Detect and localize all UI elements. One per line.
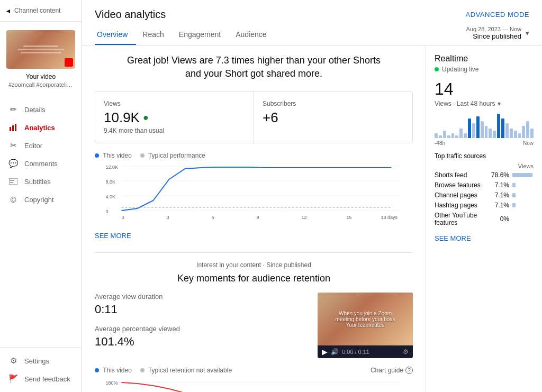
- sidebar-bottom-label: Settings: [24, 357, 49, 365]
- settings-icon: ⚙: [8, 356, 18, 366]
- see-more-button[interactable]: SEE MORE: [95, 232, 131, 240]
- views-label: Views: [104, 100, 245, 107]
- live-indicator-dot: [435, 67, 439, 71]
- traffic-bar-wrap: [512, 202, 534, 208]
- volume-button[interactable]: 🔊: [331, 348, 339, 355]
- sidebar-item-label: Details: [24, 106, 46, 114]
- date-range: Aug 28, 2023 — Now: [466, 26, 521, 32]
- svg-rect-2: [15, 124, 16, 131]
- traffic-source-name: Browse features: [435, 181, 490, 189]
- retention-chart: 180% 120% 60%: [95, 378, 413, 392]
- tabs-bar: Overview Reach Engagement Audience Aug 2…: [82, 25, 542, 45]
- date-label: Since published: [473, 32, 521, 40]
- comments-icon: 💬: [8, 159, 18, 168]
- km-stats: Average view duration 0:11 Average perce…: [95, 293, 305, 357]
- svg-text:9: 9: [257, 215, 259, 220]
- bar-mini: [476, 116, 480, 138]
- tab-engagement[interactable]: Engagement: [177, 25, 229, 45]
- bar-mini: [489, 129, 492, 138]
- bar-mini: [526, 121, 529, 138]
- traffic-bar: [512, 173, 532, 177]
- date-filter-text: Aug 28, 2023 — Now Since published: [466, 26, 521, 40]
- sidebar-bottom: ⚙ Settings 🚩 Send feedback: [0, 347, 82, 392]
- sidebar-item-copyright[interactable]: © Copyright: [0, 190, 82, 208]
- bar-mini: [439, 135, 442, 138]
- svg-rect-1: [12, 125, 14, 131]
- sidebar-item-label: Copyright: [24, 196, 54, 204]
- this-video-dot: [95, 153, 99, 158]
- bar-mini: [485, 126, 488, 138]
- retention-chart-svg: 180% 120% 60%: [95, 378, 413, 392]
- bar-mini: [497, 114, 500, 138]
- retention-this-video-dot: [95, 368, 99, 372]
- svg-rect-3: [9, 178, 17, 185]
- sidebar-item-comments[interactable]: 💬 Comments: [0, 154, 82, 172]
- svg-rect-0: [10, 127, 11, 131]
- copyright-icon: ©: [8, 195, 18, 204]
- retention-legend: This video Typical retention not availab…: [95, 367, 413, 374]
- svg-text:0: 0: [106, 209, 109, 214]
- sidebar-channel-header[interactable]: ◂ Channel content: [0, 0, 82, 22]
- traffic-table-header: Views: [435, 163, 534, 169]
- traffic-sources-title: Top traffic sources: [435, 152, 534, 160]
- traffic-bar: [512, 193, 516, 197]
- bar-mini: [472, 123, 475, 138]
- sidebar-item-settings[interactable]: ⚙ Settings: [0, 352, 82, 370]
- bar-mini: [514, 131, 517, 138]
- traffic-pct: 0%: [490, 215, 509, 223]
- send-feedback-icon: 🚩: [8, 374, 18, 384]
- chart-guide-button[interactable]: Chart guide ?: [371, 367, 413, 374]
- play-button[interactable]: ▶: [322, 348, 328, 356]
- traffic-pct: 78.6%: [490, 171, 509, 179]
- traffic-bar-wrap: [512, 192, 534, 198]
- bar-mini: [468, 118, 471, 138]
- bar-mini: [443, 131, 446, 138]
- typical-dot: [140, 153, 144, 158]
- traffic-row: Shorts feed 78.6%: [435, 171, 534, 179]
- subtitles-icon: [8, 177, 18, 186]
- tab-overview[interactable]: Overview: [95, 25, 136, 45]
- retention-typical: Typical retention not available: [140, 367, 232, 374]
- time-display: 0:00 / 0:11: [342, 349, 369, 355]
- page-title: Video analytics: [95, 8, 166, 21]
- traffic-row: Browse features 7.1%: [435, 181, 534, 189]
- sidebar-item-label: Editor: [24, 142, 42, 150]
- realtime-panel: Realtime Updating live 14 Views · Last 4…: [426, 45, 542, 392]
- sidebar-item-analytics[interactable]: Analytics: [0, 118, 82, 136]
- sidebar-item-subtitles[interactable]: Subtitles: [0, 172, 82, 190]
- views-dropdown-icon[interactable]: ▾: [498, 100, 501, 107]
- sidebar-video-section: Your video #zoomcall #corporatelife #zoo…: [0, 22, 82, 96]
- svg-text:12: 12: [302, 215, 307, 220]
- retention-this-video: This video: [95, 367, 132, 374]
- date-filter[interactable]: Aug 28, 2023 — Now Since published ▾: [466, 26, 529, 44]
- traffic-row: Channel pages 7.1%: [435, 192, 534, 199]
- km-avg-pct-viewed: Average percentage viewed 101.4%: [95, 325, 305, 349]
- retention-typical-dot: [140, 368, 144, 372]
- tab-audience[interactable]: Audience: [233, 25, 275, 45]
- bar-mini: [435, 133, 438, 138]
- advanced-mode-button[interactable]: ADVANCED MODE: [466, 11, 529, 19]
- sidebar-item-label: Comments: [24, 160, 58, 168]
- sidebar-item-editor[interactable]: ✂ Editor: [0, 136, 82, 154]
- stat-card-views: Views 10.9K ● 9.4K more than usual: [95, 92, 254, 143]
- svg-text:15: 15: [347, 215, 352, 220]
- subs-value: +6: [263, 110, 404, 126]
- sidebar-nav: ✏ Details Analytics ✂ Editor 💬 Comments …: [0, 96, 82, 347]
- traffic-source-name: Shorts feed: [435, 171, 490, 179]
- traffic-row: Other YouTube features 0%: [435, 212, 534, 226]
- sidebar-video-title: Your video: [8, 73, 73, 80]
- sidebar-bottom-label: Send feedback: [24, 375, 70, 383]
- video-preview-thumb: When you join a Zoommeeting before your …: [318, 293, 413, 345]
- chart-legend: This video Typical performance: [95, 152, 413, 159]
- realtime-see-more-button[interactable]: SEE MORE: [435, 234, 471, 242]
- video-settings-button[interactable]: ⚙: [403, 348, 409, 355]
- traffic-table: Views Shorts feed 78.6% Browse features …: [435, 163, 534, 226]
- sidebar: ◂ Channel content Your video #zoomcall #…: [0, 0, 82, 392]
- bar-mini: [481, 121, 484, 138]
- realtime-title: Realtime: [435, 54, 534, 63]
- tab-reach[interactable]: Reach: [140, 25, 172, 45]
- sidebar-item-details[interactable]: ✏ Details: [0, 101, 82, 118]
- traffic-bar-wrap: [512, 172, 534, 178]
- main-chart: 12.0K 8.0K 4.0K 0 0 3 6: [95, 163, 413, 223]
- sidebar-item-send-feedback[interactable]: 🚩 Send feedback: [0, 370, 82, 388]
